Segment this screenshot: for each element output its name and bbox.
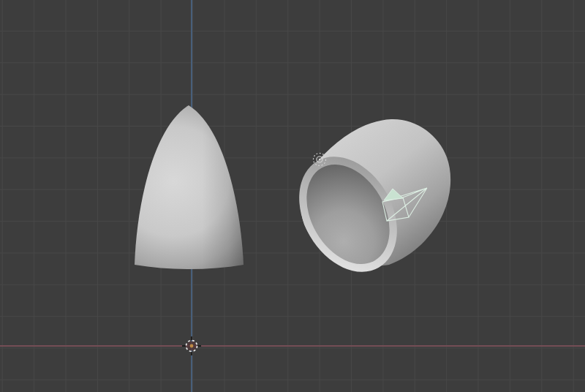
origin-center-dot [190,344,194,348]
origin-cursor-icon [182,336,201,355]
dome-upright-side-shadow [135,105,244,269]
scene-layer [0,0,585,392]
light-center-dot [319,159,321,161]
viewport-3d[interactable] [0,0,585,392]
mesh-dome-upright[interactable] [135,105,244,269]
mesh-dome-hollow[interactable] [279,119,450,290]
